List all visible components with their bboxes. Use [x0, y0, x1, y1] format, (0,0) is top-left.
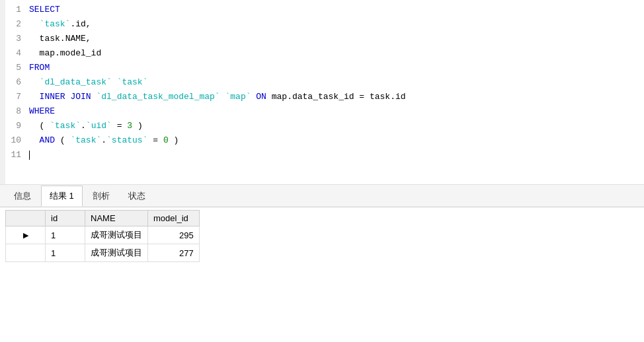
code-line-7: INNER JOIN `dl_data_task_model_map` `map… [29, 90, 644, 104]
code-line-6: `dl_data_task` `task` [29, 75, 644, 90]
cell-name: 成哥测试项目 [85, 226, 148, 244]
code-line-5: FROM [29, 61, 644, 75]
table-row[interactable]: 1 成哥测试项目 277 [6, 244, 200, 262]
cell-modelid: 295 [148, 226, 200, 244]
tab-analyze[interactable]: 剖析 [84, 186, 118, 207]
results-table: id NAME model_id ▶ 1 成哥测试项目 295 1 成哥测试项目… [5, 210, 200, 262]
row-indicator [6, 244, 46, 262]
tab-info[interactable]: 信息 [5, 186, 40, 207]
code-line-1: SELECT [29, 3, 644, 17]
tabs-bar: 信息 结果 1 剖析 状态 [0, 185, 644, 207]
code-line-8: WHERE [29, 104, 644, 119]
code-lines[interactable]: SELECT `task`.id, task.NAME, map.model_i… [29, 3, 644, 162]
code-line-11 [29, 148, 644, 162]
code-line-4: map.model_id [29, 46, 644, 61]
table-row[interactable]: ▶ 1 成哥测试项目 295 [6, 226, 200, 244]
tab-status[interactable]: 状态 [120, 186, 154, 207]
cell-modelid: 277 [148, 244, 200, 262]
line-numbers: 1 2 3 4 5 6 7 8 9 10 11 [5, 3, 29, 162]
code-line-10: AND ( `task`.`status` = 0 ) [29, 133, 644, 148]
col-name-header: NAME [85, 211, 148, 226]
left-scrollbar [0, 0, 5, 184]
col-indicator-header [6, 211, 46, 226]
code-line-3: task.NAME, [29, 32, 644, 46]
col-modelid-header: model_id [148, 211, 200, 226]
results-area: id NAME model_id ▶ 1 成哥测试项目 295 1 成哥测试项目… [0, 207, 644, 342]
tab-result1[interactable]: 结果 1 [41, 186, 83, 207]
sql-editor[interactable]: 1 2 3 4 5 6 7 8 9 10 11 SELECT `task`.id… [0, 0, 644, 185]
cell-id: 1 [46, 226, 85, 244]
cell-name: 成哥测试项目 [85, 244, 148, 262]
code-line-2: `task`.id, [29, 17, 644, 32]
row-indicator: ▶ [6, 226, 46, 244]
cell-id: 1 [46, 244, 85, 262]
col-id-header: id [46, 211, 85, 226]
code-line-9: ( `task`.`uid` = 3 ) [29, 119, 644, 133]
